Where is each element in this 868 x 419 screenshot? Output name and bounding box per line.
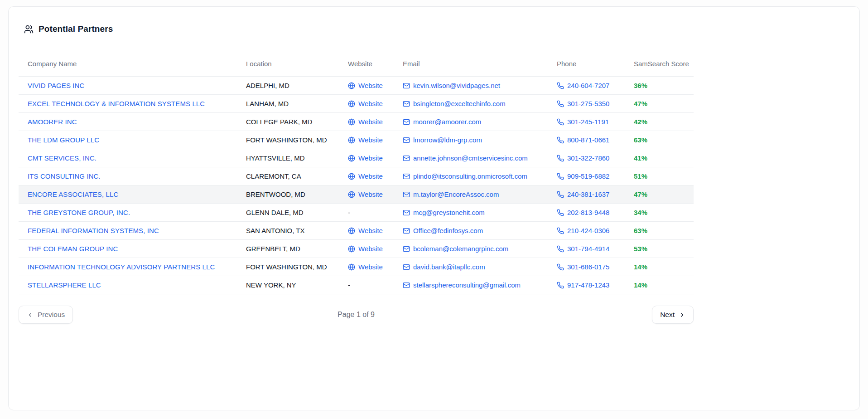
- column-header-score: SamSearch Score: [625, 51, 694, 76]
- phone-link[interactable]: 301-686-0175: [557, 263, 609, 271]
- globe-icon: [348, 100, 355, 107]
- website-link-label: Website: [358, 245, 383, 253]
- phone-link-label: 301-275-5350: [567, 100, 609, 107]
- email-link-label: bcoleman@colemangrpinc.com: [413, 245, 508, 253]
- company-link[interactable]: INFORMATION TECHNOLOGY ADVISORY PARTNERS…: [28, 263, 215, 271]
- phone-link[interactable]: 800-871-0661: [557, 136, 609, 144]
- phone-link[interactable]: 240-381-1637: [557, 190, 609, 198]
- website-link-label: Website: [358, 82, 383, 89]
- website-link-label: Website: [358, 172, 383, 180]
- globe-icon: [348, 191, 355, 198]
- score-cell: 36%: [625, 77, 694, 94]
- phone-link-label: 800-871-0661: [567, 136, 609, 144]
- score-cell: 34%: [625, 204, 694, 221]
- email-link[interactable]: lmorrow@ldm-grp.com: [403, 136, 482, 144]
- table-row: THE GREYSTONE GROUP, INC. GLENN DALE, MD…: [19, 204, 694, 222]
- globe-icon: [348, 155, 355, 162]
- phone-link-label: 917-478-1243: [567, 281, 609, 289]
- website-link[interactable]: Website: [348, 245, 383, 253]
- company-link[interactable]: EXCEL TECHNOLOGY & INFORMATION SYSTEMS L…: [28, 100, 205, 107]
- email-link-label: lmorrow@ldm-grp.com: [413, 136, 482, 144]
- email-link-label: plindo@itsconsulting.onmicrosoft.com: [413, 172, 527, 180]
- location-cell: FORT WASHINGTON, MD: [237, 258, 339, 276]
- website-link-label: Website: [358, 154, 383, 162]
- phone-icon: [557, 263, 564, 271]
- website-link[interactable]: Website: [348, 190, 383, 198]
- globe-icon: [348, 82, 355, 89]
- email-link-label: annette.johnson@cmtservicesinc.com: [413, 154, 528, 162]
- website-link[interactable]: Website: [348, 154, 383, 162]
- phone-link-label: 240-604-7207: [567, 82, 609, 89]
- next-button[interactable]: Next: [652, 306, 694, 324]
- email-link-label: mcg@greystonehit.com: [413, 209, 485, 216]
- email-link-label: Office@fedinfosys.com: [413, 227, 483, 234]
- email-link[interactable]: plindo@itsconsulting.onmicrosoft.com: [403, 172, 527, 180]
- phone-icon: [557, 227, 564, 234]
- company-link[interactable]: THE LDM GROUP LLC: [28, 136, 99, 144]
- company-link[interactable]: ENCORE ASSOCIATES, LLC: [28, 190, 118, 198]
- table-header-row: Company Name Location Website Email Phon…: [19, 51, 694, 77]
- mail-icon: [403, 173, 410, 180]
- email-link-label: bsingleton@exceltechinfo.com: [413, 100, 506, 107]
- mail-icon: [403, 245, 410, 253]
- phone-link[interactable]: 240-604-7207: [557, 82, 609, 89]
- company-link[interactable]: THE GREYSTONE GROUP, INC.: [28, 209, 130, 216]
- email-link[interactable]: annette.johnson@cmtservicesinc.com: [403, 154, 528, 162]
- page-indicator: Page 1 of 9: [338, 311, 375, 319]
- column-header-phone: Phone: [548, 51, 625, 76]
- globe-icon: [348, 136, 355, 144]
- mail-icon: [403, 227, 410, 234]
- phone-icon: [557, 118, 564, 126]
- email-link[interactable]: david.bank@itapllc.com: [403, 263, 485, 271]
- table-row: VIVID PAGES INC ADELPHI, MD Website kevi…: [19, 77, 694, 95]
- website-link[interactable]: Website: [348, 136, 383, 144]
- phone-link[interactable]: 202-813-9448: [557, 209, 609, 216]
- website-link[interactable]: Website: [348, 172, 383, 180]
- phone-link[interactable]: 917-478-1243: [557, 281, 609, 289]
- website-link[interactable]: Website: [348, 263, 383, 271]
- score-cell: 47%: [625, 185, 694, 203]
- email-link[interactable]: bsingleton@exceltechinfo.com: [403, 100, 506, 107]
- email-link[interactable]: stellarsphereconsulting@gmail.com: [403, 281, 521, 289]
- email-link[interactable]: mcg@greystonehit.com: [403, 209, 485, 216]
- location-cell: FORT WASHINGTON, MD: [237, 131, 339, 149]
- company-link[interactable]: VIVID PAGES INC: [28, 82, 84, 89]
- phone-icon: [557, 82, 564, 89]
- website-link[interactable]: Website: [348, 118, 383, 126]
- website-link[interactable]: Website: [348, 82, 383, 89]
- phone-link[interactable]: 301-322-7860: [557, 154, 609, 162]
- company-link[interactable]: THE COLEMAN GROUP INC: [28, 245, 118, 253]
- phone-link[interactable]: 301-245-1191: [557, 118, 609, 126]
- table-row: FEDERAL INFORMATION SYSTEMS, INC SAN ANT…: [19, 222, 694, 240]
- phone-link[interactable]: 210-424-0306: [557, 227, 609, 234]
- email-link[interactable]: moorer@amoorer.com: [403, 118, 481, 126]
- phone-link-label: 202-813-9448: [567, 209, 609, 216]
- company-link[interactable]: AMOORER INC: [28, 118, 77, 126]
- email-link[interactable]: m.taylor@EncoreAssoc.com: [403, 190, 499, 198]
- phone-link[interactable]: 301-275-5350: [557, 100, 609, 107]
- company-link[interactable]: CMT SERVICES, INC.: [28, 154, 96, 162]
- email-link-label: stellarsphereconsulting@gmail.com: [413, 281, 521, 289]
- website-link[interactable]: Website: [348, 227, 383, 234]
- location-cell: SAN ANTONIO, TX: [237, 222, 339, 239]
- email-link[interactable]: kevin.wilson@vividpages.net: [403, 82, 500, 89]
- mail-icon: [403, 82, 410, 89]
- email-link[interactable]: Office@fedinfosys.com: [403, 227, 483, 234]
- company-link[interactable]: ITS CONSULTING INC.: [28, 172, 101, 180]
- score-cell: 47%: [625, 95, 694, 112]
- phone-link-label: 301-322-7860: [567, 154, 609, 162]
- globe-icon: [348, 173, 355, 180]
- phone-link[interactable]: 301-794-4914: [557, 245, 609, 253]
- location-cell: GREENBELT, MD: [237, 240, 339, 258]
- company-link[interactable]: STELLARSPHERE LLC: [28, 281, 101, 289]
- mail-icon: [403, 100, 410, 107]
- table-row: THE LDM GROUP LLC FORT WASHINGTON, MD We…: [19, 131, 694, 149]
- website-link-label: Website: [358, 263, 383, 271]
- score-cell: 41%: [625, 149, 694, 167]
- email-link[interactable]: bcoleman@colemangrpinc.com: [403, 245, 508, 253]
- previous-button[interactable]: Previous: [19, 306, 73, 324]
- phone-link[interactable]: 909-519-6882: [557, 172, 609, 180]
- company-link[interactable]: FEDERAL INFORMATION SYSTEMS, INC: [28, 227, 159, 234]
- website-link[interactable]: Website: [348, 100, 383, 107]
- column-header-location: Location: [237, 51, 339, 76]
